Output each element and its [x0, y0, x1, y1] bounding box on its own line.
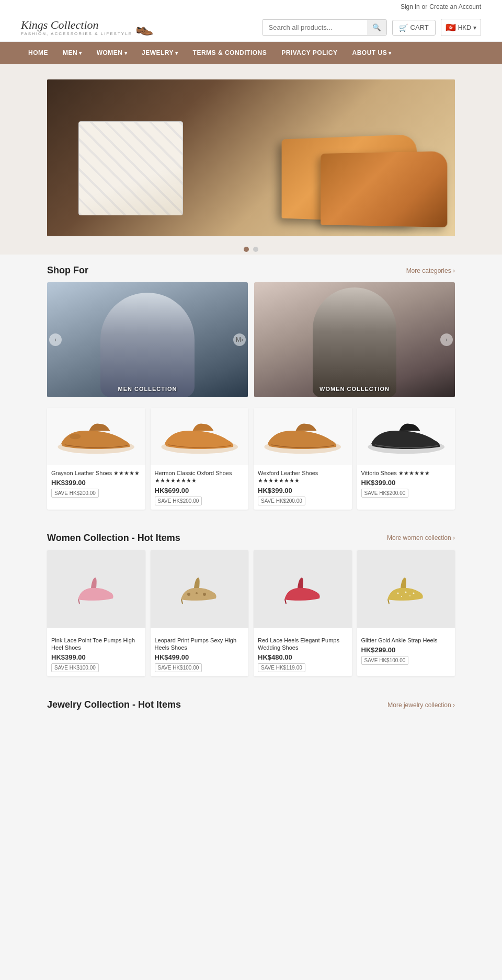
product-price: HK$399.00 [51, 653, 141, 661]
shoe-image-svg [254, 416, 352, 457]
save-badge: SAVE HK$100.00 [51, 663, 99, 672]
product-price: HK$399.00 [51, 479, 141, 487]
svg-point-1 [70, 434, 81, 440]
nav-terms[interactable]: TERMS & CONDITIONS [186, 42, 275, 64]
logo-area: Kings Collection FASHION, ACCESSORIES & … [21, 19, 154, 36]
shoe-image-svg [357, 416, 455, 457]
svg-line-6 [181, 599, 182, 604]
category-men-label: Men Collection [118, 386, 177, 392]
product-image [151, 408, 249, 465]
nav-men[interactable]: MEN ▾ [55, 42, 89, 64]
nav-about[interactable]: ABOUT US ▾ [345, 42, 398, 64]
chevron-down-icon: ▾ [175, 50, 178, 56]
shop-for-header: Shop For More categories › [47, 255, 455, 282]
svg-point-8 [196, 592, 198, 594]
create-account-link[interactable]: Create an Account [429, 3, 481, 10]
category-men-arrow-right[interactable]: M› [233, 333, 246, 346]
product-image [47, 408, 145, 465]
product-price: HK$499.00 [155, 653, 245, 661]
heel-shoe-svg [282, 573, 324, 605]
dot-2[interactable] [253, 247, 258, 252]
currency-button[interactable]: 🇭🇰 HKD ▾ [441, 19, 481, 36]
svg-line-5 [78, 599, 79, 604]
save-badge: SAVE HK$100.00 [155, 663, 202, 672]
product-price: HK$399.00 [361, 479, 451, 487]
product-card[interactable]: Wexford Leather Shoes ★★★★★★★★ HK$399.00… [254, 408, 352, 510]
chevron-down-icon: ▾ [473, 24, 476, 31]
category-women-label: Women Collection [320, 386, 390, 392]
jewelry-section-title: Jewelry Collection - Hot Items [47, 699, 181, 710]
shoe-image-svg [151, 416, 249, 457]
product-info: Hermon Classic Oxford Shoes ★★★★★★★★ HK$… [151, 465, 249, 510]
save-badge: SAVE HK$119.00 [258, 663, 305, 672]
more-categories-link[interactable]: More categories › [406, 267, 455, 274]
product-name: Leopard Print Pumps Sexy High Heels Shoe… [155, 637, 245, 652]
men-products-grid: Grayson Leather Shoes ★★★★★ HK$399.00 SA… [47, 408, 455, 510]
nav-women[interactable]: WOMEN ▾ [89, 42, 134, 64]
cart-button[interactable]: 🛒 CART [392, 20, 436, 36]
women-section-title: Women Collection - Hot Items [47, 533, 180, 544]
chevron-down-icon: ▾ [79, 50, 82, 56]
logo-icon: 👞 [135, 19, 154, 36]
product-info: Vittorio Shoes ★★★★★★ HK$399.00 SAVE HK$… [357, 465, 455, 502]
save-badge: SAVE HK$200.00 [361, 489, 409, 498]
product-card[interactable]: Hermon Classic Oxford Shoes ★★★★★★★★ HK$… [151, 408, 249, 510]
logo-tagline: FASHION, ACCESSORIES & LIFESTYLE [21, 31, 132, 36]
product-name: Vittorio Shoes ★★★★★★ [361, 469, 451, 477]
product-name: Wexford Leather Shoes ★★★★★★★★ [258, 469, 348, 485]
product-info: Leopard Print Pumps Sexy High Heels Shoe… [151, 632, 249, 677]
product-card[interactable]: Red Lace Heels Elegant Pumps Wedding Sho… [254, 550, 352, 677]
product-name: Grayson Leather Shoes ★★★★★ [51, 469, 141, 477]
save-badge: SAVE HK$200.00 [258, 497, 305, 505]
chevron-down-icon: ▾ [124, 50, 128, 56]
product-card[interactable]: Pink Lace Point Toe Pumps High Heel Shoe… [47, 550, 145, 677]
svg-line-11 [388, 599, 389, 604]
svg-line-10 [285, 599, 286, 604]
product-image [357, 408, 455, 465]
nav-home[interactable]: HOME [21, 42, 55, 64]
svg-point-7 [187, 593, 190, 596]
category-men[interactable]: ‹ M› Men Collection [47, 282, 248, 397]
currency-label: HKD [458, 24, 471, 31]
product-card[interactable]: Leopard Print Pumps Sexy High Heels Shoe… [151, 550, 249, 677]
cart-icon: 🛒 [399, 24, 408, 32]
search-button[interactable]: 🔍 [367, 20, 386, 35]
product-price: HK$399.00 [258, 487, 348, 494]
product-name: Hermon Classic Oxford Shoes ★★★★★★★★ [155, 469, 245, 485]
flag-icon: 🇭🇰 [446, 22, 456, 32]
product-price: HK$480.00 [258, 653, 348, 661]
more-women-link[interactable]: More women collection › [387, 534, 455, 541]
shop-categories: ‹ M› Men Collection › Women Collection [47, 282, 455, 397]
product-name: Pink Lace Point Toe Pumps High Heel Shoe… [51, 637, 141, 652]
category-men-arrow-left[interactable]: ‹ [49, 333, 62, 346]
nav-privacy[interactable]: PRIVACY POLICY [274, 42, 345, 64]
signin-link[interactable]: Sign in [401, 3, 420, 10]
nav-jewelry[interactable]: JEWELRY ▾ [134, 42, 186, 64]
svg-point-13 [405, 591, 407, 593]
more-jewelry-link[interactable]: More jewelry collection › [387, 701, 455, 709]
hero-shoe2-decoration [321, 151, 447, 227]
category-women-arrow-right[interactable]: › [440, 333, 453, 346]
product-info: Glitter Gold Ankle Strap Heels HK$299.00… [357, 632, 455, 669]
hero-shirts-decoration [78, 121, 183, 215]
product-info: Grayson Leather Shoes ★★★★★ HK$399.00 SA… [47, 465, 145, 502]
logo-name: Kings Collection [21, 19, 132, 31]
shop-for-title: Shop For [47, 265, 88, 276]
hero-banner [47, 79, 455, 236]
logo[interactable]: Kings Collection FASHION, ACCESSORIES & … [21, 19, 132, 36]
product-image [357, 550, 455, 628]
product-card[interactable]: Glitter Gold Ankle Strap Heels HK$299.00… [357, 550, 455, 677]
product-card[interactable]: Vittorio Shoes ★★★★★★ HK$399.00 SAVE HK$… [357, 408, 455, 510]
product-card[interactable]: Grayson Leather Shoes ★★★★★ HK$399.00 SA… [47, 408, 145, 510]
product-info: Wexford Leather Shoes ★★★★★★★★ HK$399.00… [254, 465, 352, 510]
product-price: HK$699.00 [155, 487, 245, 494]
search-area: 🔍 🛒 CART 🇭🇰 HKD ▾ [262, 19, 482, 36]
dot-1[interactable] [244, 247, 249, 252]
save-badge: SAVE HK$200.00 [51, 489, 99, 498]
product-price: HK$299.00 [361, 646, 451, 654]
category-women[interactable]: › Women Collection [254, 282, 455, 397]
search-input[interactable] [263, 20, 367, 35]
svg-point-14 [413, 592, 415, 594]
product-image [254, 550, 352, 628]
svg-point-15 [401, 596, 402, 597]
